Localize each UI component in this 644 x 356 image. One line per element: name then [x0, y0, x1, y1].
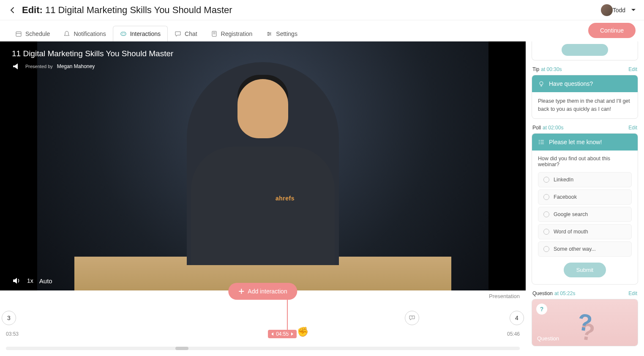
timeline-marker-next[interactable]: 4	[510, 311, 524, 325]
question-card[interactable]: ? ? ? Question	[532, 299, 638, 346]
radio-icon	[543, 211, 549, 217]
quality-selector[interactable]: Auto	[39, 277, 52, 285]
card-time: at 02:00s	[543, 125, 563, 131]
time-end: 05:46	[507, 331, 520, 337]
tip-body: Please type them in the chat and I'll ge…	[532, 92, 638, 118]
card-type: Question	[532, 290, 553, 296]
card-time: at 05:22s	[554, 290, 575, 296]
svg-rect-0	[16, 32, 21, 36]
chevron-down-icon	[631, 9, 636, 11]
radio-icon	[543, 246, 549, 252]
svg-point-13	[268, 35, 269, 36]
svg-point-11	[268, 32, 269, 33]
poll-option-label: Facebook	[554, 194, 577, 200]
poll-option[interactable]: Some other way...	[538, 241, 632, 257]
scrollbar-thumb[interactable]	[175, 347, 188, 350]
chat-icon	[175, 30, 181, 37]
svg-point-17	[540, 82, 543, 85]
tab-label: Notifications	[74, 30, 106, 37]
svg-point-20	[539, 140, 540, 141]
user-menu[interactable]: Todd	[601, 4, 636, 16]
svg-point-24	[539, 143, 540, 144]
card-type: Poll	[532, 125, 541, 131]
interactions-icon	[120, 30, 127, 37]
volume-icon[interactable]	[12, 276, 21, 285]
triangle-left-icon	[271, 332, 273, 336]
document-icon	[211, 30, 218, 37]
edit-link[interactable]: Edit	[628, 66, 637, 72]
timeline-label: Presentation	[489, 293, 520, 299]
edit-link[interactable]: Edit	[628, 290, 637, 296]
tab-label: Interactions	[130, 30, 161, 37]
settings-icon	[266, 30, 273, 37]
radio-icon	[543, 229, 549, 235]
page-title: 11 Digital Marketing Skills You Should M…	[45, 5, 232, 16]
interaction-card-partial	[532, 41, 638, 60]
time-scrubber[interactable]: 04:55	[268, 330, 297, 338]
add-interaction-button[interactable]: Add interaction	[228, 283, 297, 300]
timeline: Add interaction Presentation 3 ? 4 03:53…	[0, 290, 526, 356]
timeline-marker-question[interactable]: ?	[405, 311, 419, 325]
triangle-right-icon	[291, 332, 293, 336]
radio-icon	[543, 194, 549, 200]
svg-text:?: ?	[411, 315, 413, 319]
tab-notifications[interactable]: Notifications	[57, 26, 112, 41]
edit-link[interactable]: Edit	[628, 125, 637, 131]
back-button[interactable]	[8, 6, 17, 14]
avatar	[601, 4, 613, 16]
user-name: Todd	[613, 7, 625, 14]
poll-question: How did you find out about this webinar?	[532, 151, 638, 170]
edit-label: Edit:	[22, 5, 43, 16]
svg-rect-2	[121, 32, 126, 36]
question-card-image: ? ? ? Question	[532, 299, 638, 346]
tab-label: Chat	[185, 30, 197, 37]
tab-label: Registration	[221, 30, 253, 37]
calendar-icon	[15, 30, 22, 37]
poll-option-label: Some other way...	[554, 246, 596, 252]
question-label: Question	[537, 335, 559, 342]
svg-point-3	[122, 33, 123, 34]
poll-option[interactable]: Google search	[538, 207, 632, 222]
video-player[interactable]: ahrefs 11 Digital Marketing Skills You S…	[0, 41, 526, 290]
timeline-scrollbar[interactable]	[6, 347, 520, 350]
poll-option-label: Google search	[554, 211, 588, 217]
submit-button[interactable]: Submit	[564, 263, 606, 277]
shirt-logo: ahrefs	[276, 195, 295, 202]
plus-icon	[238, 288, 244, 294]
tab-label: Schedule	[25, 30, 50, 37]
add-interaction-label: Add interaction	[248, 288, 287, 295]
poll-option-label: Word of mouth	[554, 229, 588, 235]
interactions-panel: Tip at 00:30s Edit Have questions? Pleas…	[526, 41, 644, 356]
poll-option-label: LinkedIn	[554, 177, 573, 183]
timeline-marker-prev[interactable]: 3	[2, 311, 16, 325]
presented-by-label: Presented by	[25, 64, 53, 69]
svg-point-12	[270, 33, 271, 35]
tab-label: Settings	[276, 30, 297, 37]
poll-title: Please let me know!	[549, 139, 602, 145]
svg-point-22	[539, 142, 540, 142]
tip-card: Have questions? Please type them in the …	[532, 75, 638, 119]
lightbulb-icon	[538, 80, 545, 87]
list-icon	[538, 139, 545, 145]
poll-option[interactable]: Word of mouth	[538, 224, 632, 239]
question-description: [>> Ask your audience a question to lear…	[532, 352, 638, 356]
tab-registration[interactable]: Registration	[204, 26, 259, 41]
time-start: 03:53	[6, 331, 19, 337]
continue-button[interactable]: Continue	[588, 23, 636, 38]
poll-option[interactable]: LinkedIn	[538, 172, 632, 187]
tab-schedule[interactable]: Schedule	[8, 26, 57, 41]
video-frame: ahrefs	[37, 41, 488, 290]
tip-title: Have questions?	[549, 80, 593, 87]
presenter-name: Megan Mahoney	[57, 63, 95, 69]
tab-settings[interactable]: Settings	[259, 26, 304, 41]
bell-icon	[63, 30, 70, 37]
question-icon: ?	[536, 304, 547, 315]
poll-option[interactable]: Facebook	[538, 189, 632, 205]
radio-icon	[543, 177, 549, 183]
card-action-button[interactable]	[562, 44, 608, 56]
tab-chat[interactable]: Chat	[168, 26, 204, 41]
megaphone-icon	[12, 62, 21, 71]
tab-interactions[interactable]: Interactions	[113, 26, 168, 41]
svg-point-4	[124, 33, 125, 34]
playback-speed[interactable]: 1x	[27, 277, 33, 284]
